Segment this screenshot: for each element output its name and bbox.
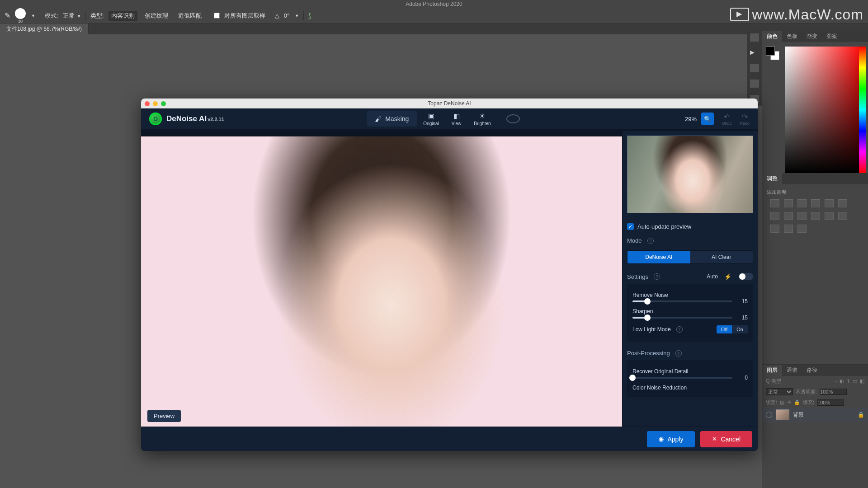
adjust-lookup-icon[interactable] [811, 212, 820, 220]
adjust-bw-icon[interactable] [770, 212, 779, 220]
blend-mode[interactable]: 正常 [766, 388, 793, 395]
tab-paths[interactable]: 路径 [802, 365, 822, 376]
brighten-button[interactable]: ☀Brighten [467, 110, 497, 128]
lowlight-label: Low Light Mode [632, 326, 671, 333]
undo-icon: ↶ [724, 113, 730, 121]
panel-icon[interactable] [750, 64, 759, 72]
redo-button[interactable]: ↷Redo [740, 113, 750, 126]
fill-input[interactable] [817, 399, 844, 406]
color-field[interactable] [785, 47, 864, 173]
tab-pattern[interactable]: 图案 [822, 31, 842, 42]
adjust-levels-icon[interactable] [784, 199, 793, 207]
recover-slider[interactable] [632, 377, 732, 379]
adjust-exposure-icon[interactable] [811, 199, 820, 207]
opacity-input[interactable] [820, 389, 847, 395]
mode-aiclear[interactable]: AI Clear [690, 251, 753, 263]
help-icon[interactable]: ? [647, 238, 654, 244]
sample-all-checkbox[interactable] [214, 13, 220, 19]
lock-pixels-icon[interactable]: ▨ [780, 399, 784, 405]
auto-switch[interactable] [739, 273, 753, 280]
panel-icon[interactable]: ▶ [750, 49, 759, 57]
cancel-button[interactable]: ✕Cancel [700, 431, 752, 447]
tab-adjustments[interactable]: 调整 [762, 173, 782, 184]
angle-value[interactable]: 0° [284, 12, 289, 19]
filter-icon[interactable]: ◧ [860, 378, 864, 384]
masking-button[interactable]: 🖌 Masking [367, 111, 417, 127]
topaz-title: Topaz DeNoise AI [141, 100, 758, 107]
filter-icon[interactable]: T [847, 379, 850, 384]
adjust-vibrance-icon[interactable] [825, 199, 834, 207]
filter-icon[interactable]: ▭ [853, 378, 857, 384]
hue-strip[interactable] [859, 47, 866, 173]
adjust-thresh-icon[interactable] [770, 225, 779, 233]
remove-noise-slider[interactable] [632, 300, 732, 302]
topaz-title-bar[interactable]: Topaz DeNoise AI [141, 99, 758, 108]
filter-icon[interactable]: ▫ [835, 379, 837, 384]
type-proximity[interactable]: 近似匹配 [175, 11, 204, 21]
pressure-icon[interactable]: ⟆ [308, 12, 311, 20]
auto-update-checkbox[interactable]: ✓ [627, 223, 634, 230]
lowlight-on[interactable]: On [732, 325, 748, 333]
adjust-poster-icon[interactable] [838, 212, 847, 220]
adjust-grad-icon[interactable] [784, 225, 793, 233]
view-button[interactable]: ◧View [445, 110, 468, 128]
adjust-select-icon[interactable] [797, 225, 807, 233]
adjust-invert-icon[interactable] [825, 212, 834, 220]
ps-collapsed-panels[interactable]: ▶ [747, 31, 762, 106]
ps-document-tabs: 文件108.jpg @ 66.7%(RGB/8#) [0, 23, 868, 34]
adjust-brightness-icon[interactable] [770, 199, 779, 207]
adjust-curves-icon[interactable] [797, 199, 807, 207]
heal-brush-tool-icon[interactable]: ✎ [5, 11, 10, 20]
tab-layers[interactable]: 图层 [762, 365, 782, 376]
recover-label: Recover Original Detail [632, 368, 748, 375]
panel-icon[interactable] [750, 33, 759, 42]
lock-pos-icon[interactable]: ✛ [787, 399, 791, 405]
chevron-down-icon[interactable]: ▼ [295, 14, 299, 18]
sharpen-label: Sharpen [632, 308, 748, 314]
tab-channels[interactable]: 通道 [782, 365, 802, 376]
chevron-down-icon[interactable]: ▼ [31, 14, 35, 18]
mode-denoise[interactable]: DeNoise AI [627, 251, 690, 263]
layer-row-background[interactable]: 背景 🔒 [762, 408, 868, 422]
sharpen-slider[interactable] [632, 317, 732, 319]
tab-color[interactable]: 颜色 [762, 31, 782, 42]
lock-all-icon[interactable]: 🔒 [794, 399, 800, 405]
tab-gradient[interactable]: 渐变 [802, 31, 822, 42]
type-create-texture[interactable]: 创建纹理 [142, 11, 171, 21]
angle-icon: △ [275, 12, 279, 19]
navigator-thumb[interactable] [627, 136, 753, 213]
preview-canvas[interactable]: Preview [141, 131, 622, 427]
nav-ring-icon[interactable] [506, 114, 520, 123]
zoom-tool-icon[interactable]: 🔍 [701, 113, 714, 125]
help-icon[interactable]: ? [675, 350, 682, 357]
lowlight-toggle[interactable]: Off On [717, 325, 748, 333]
zoom-level[interactable]: 29% [685, 116, 697, 122]
adjust-hue-icon[interactable] [838, 199, 847, 207]
colornoise-label: Color Noise Reduction [632, 385, 748, 391]
brush-size: 38 [18, 19, 23, 23]
color-picker[interactable] [762, 42, 868, 173]
type-content-aware[interactable]: 内容识别 [108, 11, 137, 21]
original-button[interactable]: ▣Original [417, 110, 445, 128]
layer-filter[interactable]: Q 类型 [766, 378, 781, 385]
apply-button[interactable]: ◉Apply [647, 431, 695, 447]
filter-icon[interactable]: ◐ [840, 378, 844, 384]
fg-bg-swatch[interactable] [766, 47, 779, 60]
adjust-photo-icon[interactable] [784, 212, 793, 220]
postproc-panel: Recover Original Detail 0 Color Noise Re… [627, 360, 753, 397]
mode-select[interactable]: 正常 ▼ [63, 12, 81, 20]
lowlight-off[interactable]: Off [717, 325, 732, 333]
help-icon[interactable]: ? [654, 273, 660, 280]
preview-toggle-button[interactable]: Preview [147, 410, 181, 422]
undo-button[interactable]: ↶Undo [722, 113, 732, 126]
recover-value: 0 [737, 375, 748, 381]
adjust-mixer-icon[interactable] [797, 212, 807, 220]
type-label: 类型: [90, 12, 104, 20]
tab-swatches[interactable]: 色板 [782, 31, 802, 42]
help-icon[interactable]: ? [676, 326, 683, 333]
visibility-icon[interactable] [766, 412, 772, 418]
lock-icon: 🔒 [858, 412, 864, 418]
document-tab[interactable]: 文件108.jpg @ 66.7%(RGB/8#) [0, 23, 89, 34]
panel-icon[interactable] [750, 80, 759, 88]
brush-preset[interactable]: 38 [15, 8, 26, 23]
